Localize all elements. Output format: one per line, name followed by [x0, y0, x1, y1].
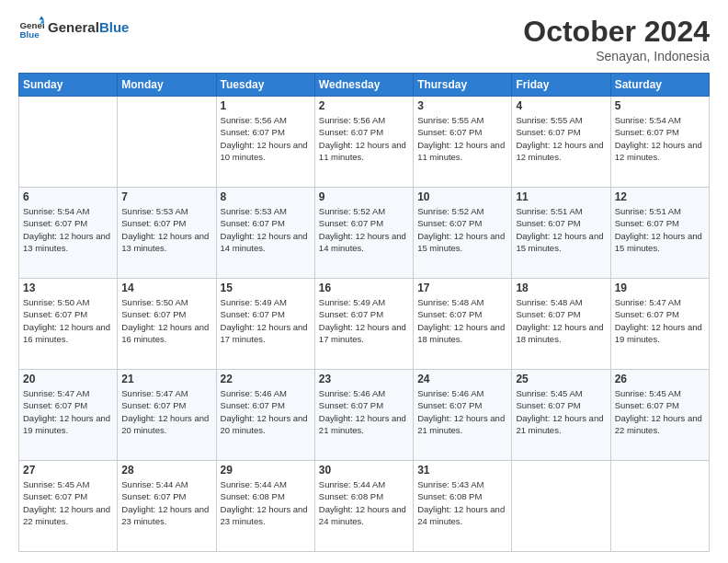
title-block: October 2024 Senayan, Indonesia: [523, 15, 710, 63]
day-number: 27: [23, 464, 113, 477]
calendar-cell: 11Sunrise: 5:51 AM Sunset: 6:07 PM Dayli…: [512, 188, 610, 279]
col-header-thursday: Thursday: [414, 74, 512, 97]
day-info: Sunrise: 5:49 AM Sunset: 6:07 PM Dayligh…: [221, 296, 311, 345]
day-number: 30: [319, 464, 409, 477]
calendar-cell: 6Sunrise: 5:54 AM Sunset: 6:07 PM Daylig…: [19, 188, 118, 279]
svg-text:Blue: Blue: [19, 29, 40, 40]
day-number: 25: [516, 373, 606, 385]
calendar-week-3: 13Sunrise: 5:50 AM Sunset: 6:07 PM Dayli…: [19, 279, 710, 370]
day-info: Sunrise: 5:54 AM Sunset: 6:07 PM Dayligh…: [23, 205, 113, 254]
day-number: 14: [121, 282, 211, 294]
calendar-cell: [19, 97, 118, 188]
calendar-cell: 25Sunrise: 5:45 AM Sunset: 6:07 PM Dayli…: [512, 370, 610, 461]
day-info: Sunrise: 5:55 AM Sunset: 6:07 PM Dayligh…: [417, 114, 507, 163]
day-info: Sunrise: 5:48 AM Sunset: 6:07 PM Dayligh…: [516, 296, 606, 345]
day-info: Sunrise: 5:44 AM Sunset: 6:08 PM Dayligh…: [319, 478, 409, 527]
day-info: Sunrise: 5:55 AM Sunset: 6:07 PM Dayligh…: [516, 114, 606, 163]
day-number: 13: [23, 282, 113, 294]
day-info: Sunrise: 5:50 AM Sunset: 6:07 PM Dayligh…: [23, 296, 113, 345]
day-number: 6: [23, 190, 113, 203]
day-info: Sunrise: 5:53 AM Sunset: 6:07 PM Dayligh…: [221, 205, 311, 254]
calendar-cell: 20Sunrise: 5:47 AM Sunset: 6:07 PM Dayli…: [19, 370, 118, 461]
calendar-cell: 3Sunrise: 5:55 AM Sunset: 6:07 PM Daylig…: [414, 97, 512, 188]
day-number: 12: [615, 190, 705, 203]
day-info: Sunrise: 5:52 AM Sunset: 6:07 PM Dayligh…: [417, 205, 507, 254]
day-number: 28: [121, 464, 211, 477]
calendar-cell: [118, 97, 216, 188]
day-info: Sunrise: 5:48 AM Sunset: 6:07 PM Dayligh…: [417, 296, 507, 345]
day-number: 7: [121, 190, 211, 203]
calendar-week-4: 20Sunrise: 5:47 AM Sunset: 6:07 PM Dayli…: [19, 370, 710, 461]
day-number: 22: [221, 373, 311, 385]
day-info: Sunrise: 5:44 AM Sunset: 6:08 PM Dayligh…: [221, 478, 311, 527]
calendar-cell: 9Sunrise: 5:52 AM Sunset: 6:07 PM Daylig…: [314, 188, 413, 279]
day-number: 10: [417, 190, 507, 203]
calendar-week-2: 6Sunrise: 5:54 AM Sunset: 6:07 PM Daylig…: [19, 188, 710, 279]
day-number: 19: [615, 282, 705, 294]
calendar-cell: 28Sunrise: 5:44 AM Sunset: 6:07 PM Dayli…: [118, 461, 216, 552]
logo: General Blue GeneralBlue: [18, 15, 129, 40]
day-number: 17: [417, 282, 507, 294]
calendar-cell: 18Sunrise: 5:48 AM Sunset: 6:07 PM Dayli…: [512, 279, 610, 370]
calendar-cell: 17Sunrise: 5:48 AM Sunset: 6:07 PM Dayli…: [414, 279, 512, 370]
day-info: Sunrise: 5:56 AM Sunset: 6:07 PM Dayligh…: [221, 114, 311, 163]
day-info: Sunrise: 5:46 AM Sunset: 6:07 PM Dayligh…: [319, 387, 409, 436]
calendar-cell: 24Sunrise: 5:46 AM Sunset: 6:07 PM Dayli…: [414, 370, 512, 461]
calendar-cell: 14Sunrise: 5:50 AM Sunset: 6:07 PM Dayli…: [118, 279, 216, 370]
calendar-cell: 15Sunrise: 5:49 AM Sunset: 6:07 PM Dayli…: [216, 279, 314, 370]
day-info: Sunrise: 5:46 AM Sunset: 6:07 PM Dayligh…: [221, 387, 311, 436]
day-number: 29: [221, 464, 311, 477]
col-header-saturday: Saturday: [610, 74, 709, 97]
day-number: 4: [516, 99, 606, 112]
day-number: 8: [221, 190, 311, 203]
col-header-tuesday: Tuesday: [216, 74, 314, 97]
calendar-cell: [610, 461, 709, 552]
calendar-cell: 10Sunrise: 5:52 AM Sunset: 6:07 PM Dayli…: [414, 188, 512, 279]
day-info: Sunrise: 5:52 AM Sunset: 6:07 PM Dayligh…: [319, 205, 409, 254]
calendar-cell: 13Sunrise: 5:50 AM Sunset: 6:07 PM Dayli…: [19, 279, 118, 370]
day-info: Sunrise: 5:45 AM Sunset: 6:07 PM Dayligh…: [516, 387, 606, 436]
day-info: Sunrise: 5:51 AM Sunset: 6:07 PM Dayligh…: [615, 205, 705, 254]
calendar-cell: 5Sunrise: 5:54 AM Sunset: 6:07 PM Daylig…: [610, 97, 709, 188]
day-number: 5: [615, 99, 705, 112]
calendar-cell: 27Sunrise: 5:45 AM Sunset: 6:07 PM Dayli…: [19, 461, 118, 552]
day-number: 21: [121, 373, 211, 385]
day-info: Sunrise: 5:54 AM Sunset: 6:07 PM Dayligh…: [615, 114, 705, 163]
day-number: 31: [417, 464, 507, 477]
page: General Blue GeneralBlue October 2024 Se…: [0, 0, 728, 563]
day-number: 26: [615, 373, 705, 385]
logo-general: General: [48, 19, 99, 35]
calendar-cell: 22Sunrise: 5:46 AM Sunset: 6:07 PM Dayli…: [216, 370, 314, 461]
logo-blue: Blue: [99, 19, 130, 35]
col-header-monday: Monday: [118, 74, 216, 97]
calendar-cell: 23Sunrise: 5:46 AM Sunset: 6:07 PM Dayli…: [314, 370, 413, 461]
calendar-cell: 19Sunrise: 5:47 AM Sunset: 6:07 PM Dayli…: [610, 279, 709, 370]
day-info: Sunrise: 5:47 AM Sunset: 6:07 PM Dayligh…: [23, 387, 113, 436]
day-number: 20: [23, 373, 113, 385]
calendar-cell: 8Sunrise: 5:53 AM Sunset: 6:07 PM Daylig…: [216, 188, 314, 279]
calendar-cell: 7Sunrise: 5:53 AM Sunset: 6:07 PM Daylig…: [118, 188, 216, 279]
calendar-cell: 21Sunrise: 5:47 AM Sunset: 6:07 PM Dayli…: [118, 370, 216, 461]
day-number: 2: [319, 99, 409, 112]
day-number: 15: [221, 282, 311, 294]
month-title: October 2024: [523, 15, 710, 49]
calendar-cell: 2Sunrise: 5:56 AM Sunset: 6:07 PM Daylig…: [314, 97, 413, 188]
col-header-sunday: Sunday: [19, 74, 118, 97]
col-header-friday: Friday: [512, 74, 610, 97]
day-number: 11: [516, 190, 606, 203]
day-info: Sunrise: 5:47 AM Sunset: 6:07 PM Dayligh…: [121, 387, 211, 436]
calendar-cell: 29Sunrise: 5:44 AM Sunset: 6:08 PM Dayli…: [216, 461, 314, 552]
calendar-table: SundayMondayTuesdayWednesdayThursdayFrid…: [18, 73, 710, 552]
day-info: Sunrise: 5:53 AM Sunset: 6:07 PM Dayligh…: [121, 205, 211, 254]
day-info: Sunrise: 5:45 AM Sunset: 6:07 PM Dayligh…: [615, 387, 705, 436]
calendar-cell: 16Sunrise: 5:49 AM Sunset: 6:07 PM Dayli…: [314, 279, 413, 370]
day-info: Sunrise: 5:44 AM Sunset: 6:07 PM Dayligh…: [121, 478, 211, 527]
calendar-week-5: 27Sunrise: 5:45 AM Sunset: 6:07 PM Dayli…: [19, 461, 710, 552]
calendar-cell: 12Sunrise: 5:51 AM Sunset: 6:07 PM Dayli…: [610, 188, 709, 279]
day-info: Sunrise: 5:47 AM Sunset: 6:07 PM Dayligh…: [615, 296, 705, 345]
calendar-cell: 30Sunrise: 5:44 AM Sunset: 6:08 PM Dayli…: [314, 461, 413, 552]
col-header-wednesday: Wednesday: [314, 74, 413, 97]
day-number: 1: [221, 99, 311, 112]
day-info: Sunrise: 5:46 AM Sunset: 6:07 PM Dayligh…: [417, 387, 507, 436]
day-info: Sunrise: 5:43 AM Sunset: 6:08 PM Dayligh…: [417, 478, 507, 527]
